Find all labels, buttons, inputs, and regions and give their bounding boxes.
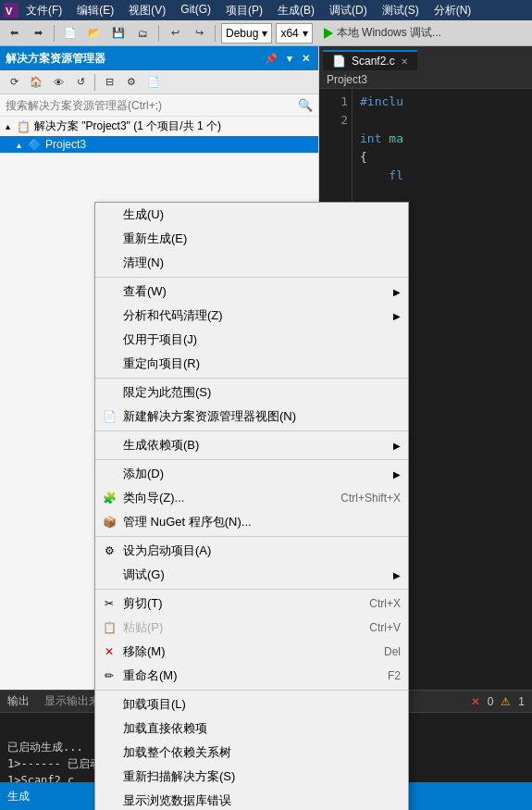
menu-file[interactable]: 文件(F) [22,3,66,19]
debug-config-label: Debug [226,27,258,40]
search-input[interactable] [6,99,294,112]
tab-icon: 📄 [332,55,346,68]
menu-view[interactable]: 视图(V) [125,3,169,19]
properties-button[interactable]: ⚙ [121,72,142,93]
debug-config-arrow: ▾ [262,27,267,40]
menu-edit[interactable]: 编辑(E) [73,3,118,19]
close-panel-button[interactable]: ✕ [299,52,313,66]
ctx-view[interactable]: 查看(W) ▶ [95,280,408,304]
ctx-build[interactable]: 生成(U) [95,203,408,227]
ctx-rename-icon: ✏ [101,669,118,682]
tree-solution-root[interactable]: ▴ 📋 解决方案 "Project3" (1 个项目/共 1 个) [0,117,318,136]
collapse-button[interactable]: ⊟ [99,72,119,93]
ctx-retarget-label: 重定向项目(R) [123,355,200,372]
ctx-load-all[interactable]: 加载整个依赖关系树 [95,741,408,765]
line-num-1: 1 [319,93,348,111]
ctx-sep-1 [95,277,408,278]
pin-button[interactable]: 📌 [262,52,280,66]
ctx-class-wizard[interactable]: 🧩 类向导(Z)... Ctrl+Shift+X [95,486,408,510]
home-button[interactable]: 🏠 [26,72,46,93]
project-arrow-icon: ▴ [17,140,28,150]
line-num-4 [319,148,348,167]
menu-analyze[interactable]: 分析(N) [430,3,476,19]
ctx-add[interactable]: 添加(D) ▶ [95,462,408,486]
platform-dropdown[interactable]: x64 ▾ [276,23,312,44]
ctx-nuget-label: 管理 NuGet 程序包(N)... [123,514,252,530]
save-all-button[interactable]: 🗂 [132,23,153,44]
ctx-rescan[interactable]: 重新扫描解决方案(S) [95,765,408,789]
panel-search-bar[interactable]: 🔍 [0,94,318,117]
title-bar: V 文件(F) 编辑(E) 视图(V) Git(G) 项目(P) 生成(B) 调… [0,0,532,20]
menu-git[interactable]: Git(G) [177,3,215,19]
run-label: 本地 Windows 调试... [337,25,441,41]
menu-build[interactable]: 生成(B) [274,3,318,19]
ctx-new-view[interactable]: 📄 新建解决方案资源管理器视图(N) [95,405,408,429]
project-label: Project3 [45,138,86,151]
ctx-wizard-shortcut: Ctrl+Shift+X [322,492,401,505]
ctx-nuget[interactable]: 📦 管理 NuGet 程序包(N)... [95,510,408,534]
ctx-analyze-arrow: ▶ [393,311,401,321]
open-button[interactable]: 📂 [84,23,105,44]
back-button[interactable]: ⬅ [4,23,24,44]
breadcrumb-project: Project3 [327,73,367,86]
ctx-set-startup-label: 设为启动项目(A) [123,542,211,559]
solution-label: 解决方案 "Project3" (1 个项目/共 1 个) [34,118,221,134]
sync-button[interactable]: ⟳ [4,72,24,93]
ctx-scope-label: 限定为此范围(S) [123,384,211,401]
forward-button[interactable]: ➡ [28,23,48,44]
ctx-retarget[interactable]: 重定向项目(R) [95,352,408,376]
panel-sep [94,74,95,91]
redo-button[interactable]: ↪ [189,23,209,44]
debug-config-dropdown[interactable]: Debug ▾ [221,23,272,44]
ctx-show-db-errors[interactable]: 显示浏览数据库错误 [95,789,408,810]
open-file-button[interactable]: 📄 [143,72,164,93]
ctx-build-deps[interactable]: 生成依赖项(B) ▶ [95,433,408,457]
save-button[interactable]: 💾 [108,23,129,44]
ctx-cut[interactable]: ✂ 剪切(T) Ctrl+X [95,592,408,616]
menu-project[interactable]: 项目(P) [222,3,266,19]
ctx-sep-7 [95,690,408,691]
tab-label: Scanf2.c [352,55,395,68]
ctx-clean[interactable]: 清理(N) [95,251,408,275]
ctx-add-arrow: ▶ [393,469,401,480]
ctx-unload[interactable]: 卸载项目(L) [95,692,408,717]
ctx-sep-3 [95,430,408,431]
line-num-6 [319,185,348,204]
ctx-project-only[interactable]: 仅用于项目(J) [95,328,408,352]
tab-close-icon[interactable]: ✕ [401,56,408,67]
toolbar-separator-3 [215,25,216,42]
code-tab-scanf2c[interactable]: 📄 Scanf2.c ✕ [323,50,417,70]
show-all-button[interactable]: 👁 [48,72,68,93]
ctx-load-direct-label: 加载直接依赖项 [123,720,207,737]
ctx-remove-label: 移除(M) [123,643,166,660]
ctx-load-direct[interactable]: 加载直接依赖项 [95,717,408,741]
ctx-remove-shortcut: Del [365,645,401,658]
chevron-button[interactable]: ▾ [284,52,295,66]
ctx-nuget-icon: 📦 [101,516,118,529]
ctx-remove[interactable]: ✕ 移除(M) Del [95,640,408,664]
ctx-view-arrow: ▶ [393,287,401,297]
refresh-button[interactable]: ↺ [70,72,91,93]
run-button[interactable]: 本地 Windows 调试... [316,23,449,43]
ctx-remove-icon: ✕ [101,645,118,658]
ctx-analyze[interactable]: 分析和代码清理(Z) ▶ [95,304,408,328]
ctx-scope[interactable]: 限定为此范围(S) [95,380,408,405]
menu-debug[interactable]: 调试(D) [326,3,371,19]
error-count: 0 [488,695,494,708]
ctx-rebuild[interactable]: 重新生成(E) [95,227,408,251]
ctx-unload-label: 卸载项目(L) [123,696,186,713]
ctx-set-startup[interactable]: ⚙ 设为启动项目(A) [95,539,408,563]
menu-test[interactable]: 测试(S) [378,3,423,19]
ctx-debug[interactable]: 调试(G) ▶ [95,563,408,587]
ctx-sep-2 [95,378,408,379]
undo-button[interactable]: ↩ [165,23,185,44]
ctx-rescan-label: 重新扫描解决方案(S) [123,768,235,785]
ctx-rename[interactable]: ✏ 重命名(M) F2 [95,664,408,688]
line-num-2: 2 [319,111,348,130]
ctx-paste[interactable]: 📋 粘贴(P) Ctrl+V [95,616,408,640]
ctx-add-label: 添加(D) [123,466,164,482]
new-project-button[interactable]: 📄 [60,23,80,44]
ctx-debug-label: 调试(G) [123,567,165,583]
line-num-3 [319,130,348,148]
tree-project-node[interactable]: ▴ 🔷 Project3 [0,136,318,153]
